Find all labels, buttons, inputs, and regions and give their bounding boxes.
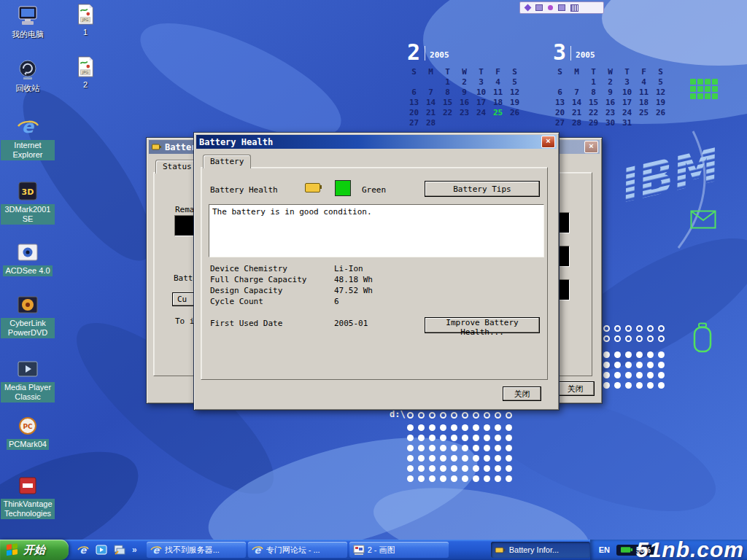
show-desktop-icon[interactable] <box>114 544 125 556</box>
quicklaunch-chevron-icon[interactable]: » <box>132 545 137 555</box>
calendar-divider <box>570 46 571 61</box>
tab-status[interactable]: Status <box>155 160 199 174</box>
calendar-day: 26 <box>652 108 669 118</box>
dot <box>418 412 425 419</box>
dot <box>418 435 425 441</box>
calendar-day: 24 <box>473 108 489 118</box>
jpg-file-icon: JPG <box>74 55 96 79</box>
calendar-day: 22 <box>439 108 456 118</box>
taskbar-button[interactable]: e专门网论坛 - ... <box>248 542 347 558</box>
battery-health-titlebar[interactable]: Battery Health × <box>196 135 557 149</box>
dot <box>603 351 610 358</box>
dot <box>614 372 621 378</box>
desktop-icon-pcmark04[interactable]: PCPCMark04 <box>1 414 55 450</box>
calendar-day: 11 <box>635 88 652 98</box>
calendar-day: 22 <box>585 108 602 118</box>
calendar-day <box>406 77 422 88</box>
desktop-file-2[interactable]: JPG2 <box>71 55 100 90</box>
taskbar-button[interactable]: Battery Infor... <box>491 542 590 558</box>
dot <box>625 382 632 389</box>
dot <box>440 465 446 472</box>
close-button[interactable]: 关闭 <box>556 381 595 396</box>
calendar-day <box>635 118 652 128</box>
dot <box>495 435 501 441</box>
desktop-icon-thinkvantage[interactable]: ThinkVantage Technologies <box>1 474 55 519</box>
dot <box>429 412 436 419</box>
desktop-icon-media-player-classic[interactable]: Media Player Classic <box>1 357 55 402</box>
dot <box>473 424 479 431</box>
dot <box>451 435 457 441</box>
field-value: 48.18 Wh <box>334 275 373 284</box>
calendar-day: 10 <box>619 88 635 98</box>
desktop-file-1[interactable]: JPG1 <box>71 3 100 38</box>
tray-battery-indicator[interactable]: 58% <box>616 545 655 556</box>
dot <box>484 465 490 472</box>
media-player-quicklaunch-icon[interactable] <box>96 544 107 556</box>
dot <box>451 475 457 482</box>
dot <box>506 455 512 462</box>
dot <box>647 382 654 389</box>
dot <box>407 455 414 462</box>
desktop-icon-3dmark2001[interactable]: 3D3DMark2001 SE <box>1 179 55 225</box>
dot <box>407 412 414 419</box>
taskbar-button[interactable]: 2 - 画图 <box>349 542 449 558</box>
mini-toolbar-icon[interactable] <box>558 4 565 11</box>
field-row: Device Chemistry Li-Ion <box>210 264 538 273</box>
dot <box>636 335 643 342</box>
desktop-icon-recycle-bin[interactable]: 回收站 <box>1 58 55 94</box>
mini-toolbar-icon[interactable] <box>548 5 553 10</box>
calendar-day <box>439 118 456 128</box>
dot <box>462 475 468 482</box>
mini-toolbar[interactable] <box>519 1 604 14</box>
dot <box>658 382 665 389</box>
dot <box>451 424 457 431</box>
language-indicator[interactable]: EN <box>599 545 610 554</box>
dot <box>625 372 632 378</box>
dot <box>603 362 610 368</box>
improve-battery-health-button[interactable]: Improve Battery Health... <box>425 317 540 333</box>
mini-toolbar-icon[interactable] <box>525 4 532 12</box>
mini-toolbar-icon[interactable] <box>535 4 543 11</box>
calendar-day: 21 <box>422 108 439 118</box>
dot <box>625 325 632 332</box>
dot <box>451 445 457 451</box>
calendar-day: 6 <box>406 88 422 98</box>
calendar-day: 3 <box>473 77 489 88</box>
taskbar-button[interactable]: e找不到服务器... <box>147 542 246 558</box>
battery-tips-button[interactable]: Battery Tips <box>425 181 540 197</box>
calendar-day <box>489 118 506 128</box>
calendar-day: 8 <box>585 88 602 98</box>
desktop-icon-my-computer[interactable]: 我的电脑 <box>1 4 55 40</box>
dot <box>407 475 414 482</box>
close-icon[interactable]: × <box>541 136 555 148</box>
desktop-icon-internet-explorer[interactable]: eInternet Explorer <box>1 115 55 160</box>
start-button[interactable]: 开始 <box>0 540 69 560</box>
dot <box>407 424 414 431</box>
close-icon[interactable]: × <box>584 141 598 153</box>
calendar-day-header: T <box>585 67 602 77</box>
to-label: To i <box>175 316 195 326</box>
calendar-day: 28 <box>422 118 439 128</box>
calendar-day: 14 <box>568 98 585 108</box>
dot <box>658 351 665 358</box>
dot <box>429 475 436 482</box>
calendar-day: 7 <box>422 88 439 98</box>
desktop-icon-acdsee[interactable]: ACDSee 4.0 <box>1 241 55 276</box>
dot <box>495 455 501 462</box>
dot <box>506 424 512 431</box>
calendar-day: 8 <box>439 88 456 98</box>
calendar-day: 9 <box>602 88 619 98</box>
file-icon-label: 2 <box>81 79 90 90</box>
ie-quicklaunch-icon[interactable]: e <box>77 544 89 556</box>
calendar-day-header: W <box>456 67 473 77</box>
jpg-file-icon: JPG <box>74 3 96 26</box>
mini-toolbar-icon[interactable] <box>570 4 578 12</box>
field-value: 47.52 Wh <box>334 286 373 295</box>
dot <box>636 372 643 378</box>
dot <box>484 435 490 441</box>
calendar-day: 20 <box>551 108 568 118</box>
tab-battery[interactable]: Battery <box>203 155 251 168</box>
dialog-close-button[interactable]: 关闭 <box>503 386 541 401</box>
desktop-icon-powerdvd[interactable]: CyberLink PowerDVD <box>1 293 55 338</box>
dot <box>495 465 501 472</box>
